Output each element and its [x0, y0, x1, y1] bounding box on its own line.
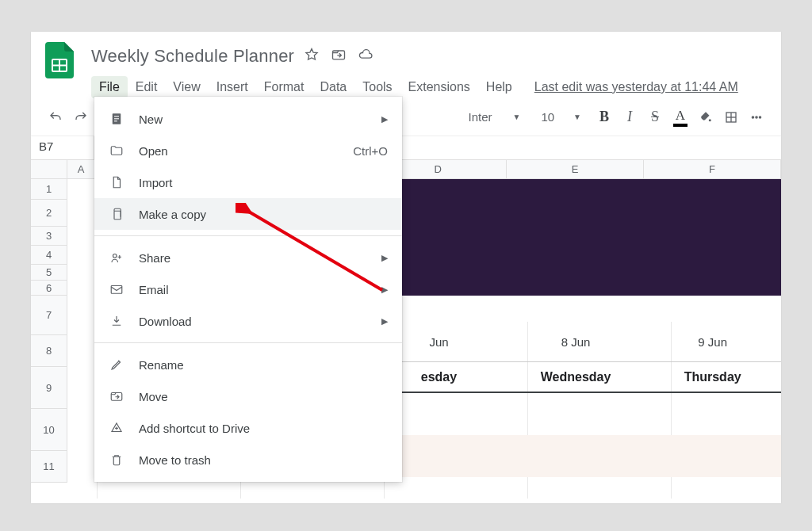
svg-point-16 [113, 254, 117, 258]
menu-data[interactable]: Data [312, 76, 354, 98]
file-menu-add-shortcut[interactable]: Add shortcut to Drive [94, 412, 402, 444]
new-icon [109, 111, 124, 127]
file-menu-new[interactable]: New ▶ [94, 103, 402, 135]
name-box[interactable]: B7 [31, 136, 94, 159]
folder-icon [109, 143, 124, 159]
move-icon [109, 388, 124, 404]
row-header-6[interactable]: 6 [31, 281, 67, 296]
undo-button[interactable] [45, 107, 66, 128]
document-title[interactable]: Weekly Schedule Planner [91, 46, 294, 67]
copy-icon [109, 206, 124, 222]
col-header-e[interactable]: E [507, 160, 644, 178]
svg-point-9 [756, 116, 757, 117]
submenu-arrow-icon: ▶ [381, 253, 388, 263]
menu-file[interactable]: File [91, 76, 128, 98]
menu-separator [94, 235, 402, 236]
cloud-status-icon[interactable] [358, 47, 373, 66]
row-header-3[interactable]: 3 [31, 227, 67, 246]
more-toolbar-button[interactable] [746, 107, 767, 128]
submenu-arrow-icon: ▶ [381, 285, 388, 295]
file-menu-download[interactable]: Download ▶ [94, 305, 402, 337]
svg-point-4 [709, 119, 711, 121]
col-header-a[interactable]: A [67, 160, 95, 178]
file-menu-share-label: Share [139, 251, 367, 265]
file-menu-download-label: Download [139, 315, 367, 328]
rename-icon [109, 357, 124, 372]
file-menu-move[interactable]: Move [94, 380, 402, 412]
chevron-down-icon: ▼ [513, 113, 521, 121]
submenu-arrow-icon: ▶ [381, 316, 388, 327]
select-all-corner[interactable] [31, 160, 67, 179]
file-menu-add-shortcut-label: Add shortcut to Drive [139, 422, 388, 435]
file-menu-dropdown: New ▶ Open Ctrl+O Import Make a copy Sha… [94, 97, 402, 482]
file-menu-move-label: Move [139, 390, 388, 403]
file-menu-email[interactable]: Email ▶ [94, 273, 402, 305]
menubar: File Edit View Insert Format Data Tools … [31, 70, 781, 98]
file-menu-trash[interactable]: Move to trash [94, 444, 402, 476]
menu-format[interactable]: Format [256, 76, 312, 98]
borders-button[interactable] [721, 107, 741, 128]
strikethrough-button[interactable]: S [645, 107, 665, 128]
file-menu-rename[interactable]: Rename [94, 349, 402, 380]
font-family-label: Inter [468, 110, 492, 124]
text-color-letter: A [676, 108, 685, 124]
row-header-7[interactable]: 7 [31, 296, 67, 335]
row-header-8[interactable]: 8 [31, 335, 67, 367]
col-header-f[interactable]: F [644, 160, 781, 178]
row-headers: 1 2 3 4 5 6 7 8 9 10 11 [31, 179, 67, 483]
svg-point-10 [759, 116, 760, 117]
svg-rect-14 [114, 120, 117, 121]
file-menu-import-label: Import [139, 176, 388, 189]
import-icon [109, 174, 124, 190]
row-header-4[interactable]: 4 [31, 246, 67, 265]
svg-rect-12 [114, 116, 119, 117]
last-edit-link[interactable]: Last edit was yesterday at 11:44 AM [534, 80, 738, 94]
italic-button[interactable]: I [619, 107, 640, 128]
file-menu-make-copy[interactable]: Make a copy [94, 198, 402, 230]
menu-help[interactable]: Help [478, 76, 520, 98]
file-menu-rename-label: Rename [139, 358, 388, 372]
file-menu-email-label: Email [139, 283, 367, 296]
row-header-10[interactable]: 10 [31, 409, 67, 451]
row-header-9[interactable]: 9 [31, 367, 67, 409]
menu-edit[interactable]: Edit [128, 76, 166, 98]
file-menu-make-copy-label: Make a copy [139, 208, 388, 221]
column-a-blank[interactable] [67, 179, 97, 499]
move-to-folder-icon[interactable] [331, 47, 347, 66]
font-family-select[interactable]: Inter ▼ [460, 110, 528, 124]
row-header-1[interactable]: 1 [31, 179, 67, 200]
chevron-down-icon: ▼ [573, 113, 581, 121]
fill-color-button[interactable] [695, 107, 716, 128]
svg-rect-17 [111, 286, 122, 294]
day-cell-e[interactable]: Wednesday [508, 362, 645, 392]
day-cell-f[interactable]: Thursday [644, 362, 781, 392]
menu-separator [94, 342, 402, 343]
menu-extensions[interactable]: Extensions [400, 76, 478, 98]
drive-shortcut-icon [109, 420, 124, 436]
trash-icon [109, 452, 124, 468]
font-size-select[interactable]: 10 ▼ [533, 110, 589, 124]
row-header-5[interactable]: 5 [31, 265, 67, 281]
text-color-button[interactable]: A [670, 107, 691, 128]
menu-view[interactable]: View [165, 76, 208, 98]
svg-point-8 [752, 116, 753, 117]
star-icon[interactable] [304, 47, 320, 66]
file-menu-open-label: Open [139, 144, 339, 158]
file-menu-share[interactable]: Share ▶ [94, 242, 402, 273]
file-menu-open[interactable]: Open Ctrl+O [94, 135, 402, 166]
submenu-arrow-icon: ▶ [381, 114, 388, 124]
date-cell-e[interactable]: 8 Jun [508, 322, 645, 361]
menu-insert[interactable]: Insert [209, 76, 256, 98]
file-menu-import[interactable]: Import [94, 166, 402, 198]
file-menu-trash-label: Move to trash [139, 453, 388, 467]
row-header-11[interactable]: 11 [31, 451, 67, 483]
row-header-2[interactable]: 2 [31, 200, 67, 227]
sheets-logo-icon [45, 42, 74, 78]
date-cell-f[interactable]: 9 Jun [644, 322, 781, 361]
menu-tools[interactable]: Tools [354, 76, 400, 98]
redo-button[interactable] [71, 107, 91, 128]
font-size-label: 10 [541, 110, 554, 124]
file-menu-new-label: New [139, 113, 367, 126]
email-icon [109, 281, 124, 297]
bold-button[interactable]: B [594, 107, 615, 128]
